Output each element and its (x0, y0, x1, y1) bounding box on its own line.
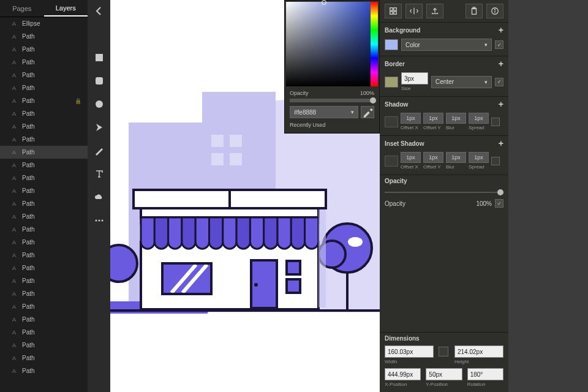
layer-label: Path (22, 187, 35, 194)
text-tool-icon[interactable] (93, 168, 105, 180)
layer-row[interactable]: Path (0, 184, 88, 197)
svg-point-31 (254, 283, 258, 287)
layer-row[interactable]: Path (0, 364, 88, 377)
color-picker-popover[interactable]: Opacity 100% #fe8888 Recently Used (284, 0, 380, 134)
shadow-blur-input[interactable]: 1px (446, 113, 466, 124)
inset-spread-input[interactable]: 1px (469, 152, 489, 163)
inset-visible-checkbox[interactable] (491, 157, 500, 165)
more-tools-icon[interactable] (93, 214, 105, 227)
layer-row[interactable]: Path (0, 172, 88, 184)
export-icon[interactable] (426, 4, 443, 18)
layer-row[interactable]: Path (0, 262, 88, 274)
layer-row[interactable]: Path (0, 287, 88, 300)
eyedropper-icon[interactable] (361, 106, 374, 118)
opacity-slider[interactable] (385, 188, 503, 197)
brush-tool-icon[interactable] (93, 145, 105, 157)
svg-point-4 (98, 220, 100, 222)
border-title: Border (385, 61, 405, 67)
layer-row[interactable]: Path (0, 300, 88, 313)
cloud-tool-icon[interactable] (93, 191, 105, 203)
shadow-visible-checkbox[interactable] (491, 118, 500, 126)
background-swatch[interactable] (385, 39, 398, 50)
layer-row[interactable]: Path (0, 326, 88, 339)
border-swatch[interactable] (385, 77, 398, 88)
shadow-swatch[interactable] (385, 116, 398, 127)
layer-type-icon (11, 47, 17, 53)
tab-layers[interactable]: Layers (44, 0, 88, 17)
background-visible-checkbox[interactable]: ✓ (495, 40, 503, 49)
toolbox (88, 0, 110, 392)
pen-tool-icon[interactable] (93, 121, 105, 134)
layer-type-icon (11, 227, 17, 233)
lock-icon[interactable]: 🔒 (75, 98, 81, 104)
inset-blur-input[interactable]: 1px (446, 152, 466, 163)
layer-row[interactable]: Path (0, 339, 88, 352)
add-background-button[interactable]: + (499, 25, 503, 35)
align-icon[interactable] (385, 4, 402, 18)
svg-point-5 (101, 220, 103, 222)
back-arrow-icon[interactable] (93, 5, 105, 17)
border-visible-checkbox[interactable]: ✓ (495, 78, 503, 86)
color-picker-cursor[interactable] (322, 0, 326, 5)
layer-row[interactable]: Path (0, 107, 88, 120)
inset-offsety-input[interactable]: 1px (423, 152, 443, 163)
layer-row[interactable]: Path (0, 120, 88, 133)
border-size-input[interactable]: 3px (401, 72, 428, 85)
opacity-checkbox[interactable]: ✓ (495, 199, 503, 208)
layer-row[interactable]: Path (0, 81, 88, 94)
inset-offsetx-input[interactable]: 1px (401, 152, 421, 163)
clipboard-icon[interactable] (466, 4, 483, 18)
layer-label: Path (22, 316, 35, 323)
background-type-select[interactable]: Color (401, 39, 492, 51)
layer-row[interactable]: Path (0, 69, 88, 81)
height-input[interactable]: 214.02px (454, 345, 503, 358)
width-input[interactable]: 160.03px (385, 345, 434, 358)
layer-row[interactable]: Path (0, 133, 88, 146)
ypos-input[interactable]: 50px (426, 368, 462, 380)
layers-list[interactable]: EllipsePathPathPathPathPathPath🔒PathPath… (0, 17, 88, 392)
flip-icon[interactable] (405, 4, 423, 18)
layer-row[interactable]: Path (0, 249, 88, 262)
xpos-input[interactable]: 444.99px (385, 368, 421, 380)
layer-row[interactable]: Path (0, 146, 88, 159)
layer-row[interactable]: Path (0, 223, 88, 236)
rounded-rect-tool-icon[interactable] (93, 75, 105, 87)
picker-opacity-slider[interactable] (290, 99, 374, 102)
inset-shadow-swatch[interactable] (385, 156, 398, 167)
layer-row[interactable]: Path (0, 274, 88, 287)
add-shadow-button[interactable]: + (499, 99, 503, 109)
hex-input[interactable]: #fe8888 (290, 106, 358, 118)
add-inset-shadow-button[interactable]: + (499, 138, 503, 148)
info-icon[interactable] (486, 4, 503, 18)
shadow-offsety-input[interactable]: 1px (423, 113, 443, 124)
layer-row[interactable]: Path (0, 236, 88, 249)
layer-row[interactable]: Ellipse (0, 17, 88, 30)
layer-label: Path (22, 97, 35, 104)
color-picker-field[interactable] (286, 2, 378, 86)
rectangle-tool-icon[interactable] (93, 51, 105, 64)
layer-label: Path (22, 149, 35, 156)
layer-row[interactable]: Path🔒 (0, 94, 88, 107)
link-dimensions-icon[interactable] (439, 347, 448, 356)
shadow-offsetx-input[interactable]: 1px (401, 113, 421, 124)
layer-row[interactable]: Path (0, 210, 88, 223)
layer-row[interactable]: Path (0, 30, 88, 43)
border-align-select[interactable]: Center (431, 76, 492, 88)
hue-slider[interactable] (371, 2, 378, 86)
svg-rect-23 (141, 208, 318, 217)
layer-type-icon (11, 239, 17, 246)
add-border-button[interactable]: + (499, 59, 503, 69)
layer-row[interactable]: Path (0, 313, 88, 326)
layer-row[interactable]: Path (0, 43, 88, 56)
svg-rect-32 (287, 261, 300, 274)
ellipse-tool-icon[interactable] (93, 98, 105, 110)
rotation-input[interactable]: 180° (467, 368, 503, 380)
layer-row[interactable]: Path (0, 197, 88, 210)
shadow-spread-input[interactable]: 1px (469, 113, 489, 124)
tab-pages[interactable]: Pages (0, 0, 44, 17)
layer-row[interactable]: Path (0, 159, 88, 172)
layer-type-icon (11, 214, 17, 220)
layer-type-icon (11, 330, 17, 336)
layer-row[interactable]: Path (0, 352, 88, 364)
layer-row[interactable]: Path (0, 56, 88, 69)
